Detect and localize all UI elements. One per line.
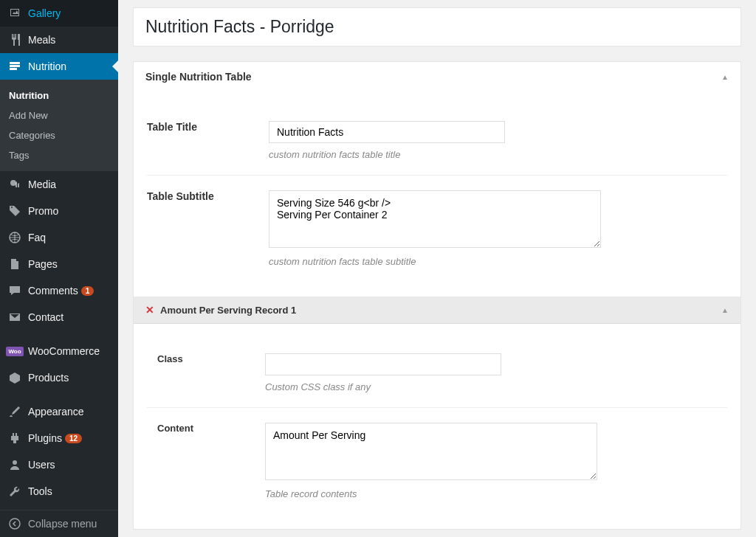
field-content: Content Table record contents xyxy=(147,408,727,514)
table-title-label: Table Title xyxy=(147,121,269,133)
sidebar-item-contact[interactable]: Contact xyxy=(0,304,118,330)
content-help: Table record contents xyxy=(265,488,727,499)
svg-point-6 xyxy=(10,519,20,529)
sidebar-item-woocommerce[interactable]: Woo WooCommerce xyxy=(0,338,118,364)
table-subtitle-help: custom nutrition facts table subtitle xyxy=(269,256,727,267)
sidebar-item-label: Contact xyxy=(28,311,63,323)
sidebar-item-nutrition[interactable]: Nutrition xyxy=(0,53,118,80)
sidebar-item-pages[interactable]: Pages xyxy=(0,251,118,277)
mail-icon xyxy=(7,310,22,325)
field-table-title: Table Title custom nutrition facts table… xyxy=(147,106,727,176)
nutrition-icon xyxy=(7,59,22,74)
field-table-subtitle: Table Subtitle custom nutrition facts ta… xyxy=(147,176,727,282)
sidebar-item-label: Tools xyxy=(28,485,52,497)
collapse-arrow-icon: ▲ xyxy=(721,306,729,314)
main-content: Nutrition Facts - Porridge Single Nutrit… xyxy=(118,0,756,537)
sidebar-item-label: Promo xyxy=(28,205,58,217)
content-textarea[interactable] xyxy=(265,423,597,480)
table-subtitle-label: Table Subtitle xyxy=(147,190,269,202)
record-header[interactable]: ✕ Amount Per Serving Record 1 ▲ xyxy=(134,297,740,324)
page-title: Nutrition Facts - Porridge xyxy=(145,17,729,37)
content-label: Content xyxy=(147,423,265,434)
sidebar-item-users[interactable]: Users xyxy=(0,451,118,478)
sidebar-item-label: Media xyxy=(28,179,56,190)
class-label: Class xyxy=(147,353,265,364)
svg-point-2 xyxy=(13,460,17,465)
tag-icon xyxy=(7,204,22,218)
panel-header[interactable]: Single Nutrition Table ▲ xyxy=(134,62,740,91)
sidebar-item-label: WooCommerce xyxy=(28,345,100,357)
comments-badge: 1 xyxy=(81,286,94,296)
sidebar-item-label: Products xyxy=(28,372,69,384)
meals-icon xyxy=(7,32,22,47)
plugin-icon xyxy=(7,431,22,446)
sidebar-item-promo[interactable]: Promo xyxy=(0,198,118,224)
class-help: Custom CSS class if any xyxy=(265,381,727,392)
nutrition-panel: Single Nutrition Table ▲ Table Title cus… xyxy=(133,61,741,530)
field-class: Class Custom CSS class if any xyxy=(147,339,727,408)
svg-point-0 xyxy=(10,180,16,186)
users-icon xyxy=(7,457,22,472)
collapse-icon xyxy=(7,516,22,531)
admin-sidebar: Gallery Meals Nutrition Nutrition Add Ne… xyxy=(0,0,118,537)
sidebar-item-settings[interactable]: Settings xyxy=(0,505,118,510)
brush-icon xyxy=(7,404,22,419)
sidebar-item-label: Gallery xyxy=(28,7,61,19)
table-title-input[interactable] xyxy=(269,121,505,143)
submenu-item-nutrition[interactable]: Nutrition xyxy=(0,86,118,105)
submenu-item-tags[interactable]: Tags xyxy=(0,145,118,165)
sidebar-item-label: Meals xyxy=(28,34,55,46)
sidebar-item-label: Faq xyxy=(28,232,46,243)
sidebar-item-plugins[interactable]: Plugins 12 xyxy=(0,425,118,451)
media-icon xyxy=(7,177,22,192)
collapse-label: Collapse menu xyxy=(28,518,97,530)
submenu-item-categories[interactable]: Categories xyxy=(0,125,118,145)
globe-icon xyxy=(7,230,22,245)
table-title-help: custom nutrition facts table title xyxy=(269,149,727,160)
sidebar-item-label: Plugins xyxy=(28,432,62,444)
sidebar-item-faq[interactable]: Faq xyxy=(0,224,118,251)
pages-icon xyxy=(7,257,22,271)
tools-icon xyxy=(7,484,22,499)
class-input[interactable] xyxy=(265,353,501,375)
sidebar-item-products[interactable]: Products xyxy=(0,364,118,391)
sidebar-item-gallery[interactable]: Gallery xyxy=(0,0,118,27)
collapse-arrow-icon: ▲ xyxy=(721,73,729,81)
sidebar-item-tools[interactable]: Tools xyxy=(0,478,118,505)
sidebar-item-label: Pages xyxy=(28,258,58,270)
collapse-menu-button[interactable]: Collapse menu xyxy=(0,510,118,537)
sidebar-item-label: Nutrition xyxy=(28,60,66,72)
sidebar-item-label: Appearance xyxy=(28,406,84,418)
submenu-item-add-new[interactable]: Add New xyxy=(0,105,118,125)
sidebar-item-appearance[interactable]: Appearance xyxy=(0,398,118,425)
sidebar-submenu: Nutrition Add New Categories Tags xyxy=(0,80,118,171)
plugins-badge: 12 xyxy=(65,434,82,443)
remove-record-icon[interactable]: ✕ xyxy=(145,304,154,316)
page-title-box: Nutrition Facts - Porridge xyxy=(133,7,741,46)
panel-title: Single Nutrition Table xyxy=(145,71,252,83)
products-icon xyxy=(7,370,22,385)
sidebar-item-meals[interactable]: Meals xyxy=(0,27,118,53)
sidebar-item-label: Comments xyxy=(28,285,78,297)
gallery-icon xyxy=(7,6,22,21)
woo-icon: Woo xyxy=(7,344,22,358)
sidebar-item-comments[interactable]: Comments 1 xyxy=(0,277,118,304)
sidebar-item-label: Users xyxy=(28,459,55,471)
record-title: Amount Per Serving Record 1 xyxy=(160,305,296,316)
table-subtitle-textarea[interactable] xyxy=(269,190,601,248)
sidebar-item-media[interactable]: Media xyxy=(0,171,118,198)
comments-icon xyxy=(7,283,22,298)
